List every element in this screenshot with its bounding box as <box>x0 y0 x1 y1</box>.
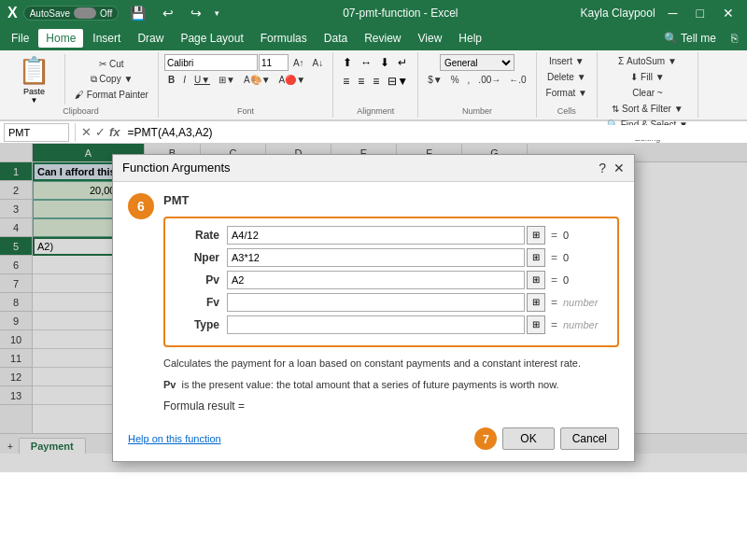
arg-icon-fv[interactable]: ⊞ <box>527 293 545 312</box>
clear-button[interactable]: Clear ~ <box>628 86 667 100</box>
align-bottom-button[interactable]: ⬇ <box>376 54 393 71</box>
maximize-button[interactable]: □ <box>691 4 710 22</box>
increase-decimal-button[interactable]: .00→ <box>474 73 504 87</box>
undo-button[interactable]: ↩ <box>157 4 179 22</box>
minimize-button[interactable]: ─ <box>663 4 684 22</box>
menu-review[interactable]: Review <box>357 29 408 48</box>
menu-formulas[interactable]: Formulas <box>253 29 315 48</box>
sort-filter-button[interactable]: ⇅ Sort & Filter ▼ <box>608 102 686 116</box>
arg-input-fv[interactable] <box>227 293 525 312</box>
ribbon-number-group: General $▼ % , .00→ ←.0 Number <box>418 52 536 118</box>
arg-input-nper[interactable] <box>227 248 525 267</box>
align-top-button[interactable]: ⬆ <box>339 54 356 71</box>
align-middle-button[interactable]: ↔ <box>357 54 375 71</box>
currency-button[interactable]: $▼ <box>424 73 445 87</box>
arg-value-pv: 0 <box>563 274 610 286</box>
cut-button[interactable]: ✂ Cut <box>71 57 152 71</box>
comma-button[interactable]: , <box>464 73 474 87</box>
clipboard-label: Clipboard <box>9 105 152 116</box>
number-format-select[interactable]: General <box>440 54 514 71</box>
redo-button[interactable]: ↪ <box>185 4 207 22</box>
paste-button[interactable]: 📋 <box>9 54 59 87</box>
dialog-help-link[interactable]: Help on this function <box>128 433 221 444</box>
formula-input[interactable] <box>124 125 743 140</box>
dialog-ok-button[interactable]: OK <box>502 427 554 450</box>
share-button[interactable]: ⎘ <box>726 30 743 47</box>
undo-dropdown[interactable]: ▼ <box>213 9 220 18</box>
arg-row-rate: Rate ⊞ = 0 <box>173 226 610 245</box>
italic-button[interactable]: I <box>179 73 190 87</box>
arg-equals-pv: = <box>551 273 557 287</box>
decrease-decimal-button[interactable]: ←.0 <box>505 73 529 87</box>
formula-cancel-icon[interactable]: ✕ <box>81 125 92 139</box>
arg-icon-type[interactable]: ⊞ <box>527 315 545 334</box>
dialog-main: PMT Rate ⊞ = 0 <box>163 193 619 421</box>
step7-indicator: 7 <box>474 427 497 450</box>
fx-icon[interactable]: fx <box>109 125 120 139</box>
arg-equals-nper: = <box>551 251 557 264</box>
step-indicator: 6 <box>128 193 154 219</box>
close-button[interactable]: ✕ <box>717 4 740 22</box>
align-right-button[interactable]: ≡ <box>369 73 383 90</box>
name-box[interactable] <box>4 123 69 142</box>
bold-button[interactable]: B <box>164 73 178 87</box>
arg-input-rate[interactable] <box>227 226 525 245</box>
percent-button[interactable]: % <box>447 73 463 87</box>
fill-color-button[interactable]: A🎨▼ <box>240 73 275 87</box>
format-cells-button[interactable]: Format ▼ <box>543 86 591 100</box>
ribbon-editing-group: Σ AutoSum ▼ ⬇ Fill ▼ Clear ~ ⇅ Sort & Fi… <box>598 52 698 118</box>
autosave-toggle[interactable] <box>74 7 96 19</box>
arg-label-rate: Rate <box>173 229 219 242</box>
formula-confirm-icon[interactable]: ✓ <box>95 125 106 139</box>
font-size-input[interactable] <box>259 54 289 71</box>
arg-icon-rate[interactable]: ⊞ <box>527 226 545 245</box>
dialog-close-button[interactable]: ✕ <box>613 161 625 175</box>
font-content: A↑ A↓ B I U▼ ⊞▼ A🎨▼ A🔴▼ <box>164 54 327 105</box>
menu-file[interactable]: File <box>4 29 36 48</box>
font-color-button[interactable]: A🔴▼ <box>275 73 310 87</box>
menu-draw[interactable]: Draw <box>130 29 171 48</box>
menu-home[interactable]: Home <box>38 29 83 48</box>
alignment-content: ⬆ ↔ ⬇ ↵ ≡ ≡ ≡ ⊟▼ <box>339 54 412 105</box>
dialog-cancel-button[interactable]: Cancel <box>560 427 619 450</box>
arg-input-pv[interactable] <box>227 271 525 289</box>
decrease-font-button[interactable]: A↓ <box>309 56 328 70</box>
insert-cells-button[interactable]: Insert ▼ <box>545 54 588 68</box>
dialog-overlay: Function Arguments ? ✕ 6 PMT <box>0 144 747 472</box>
ribbon-clipboard-group: 📋 Paste ▼ ✂ Cut ⧉ Copy ▼ 🖌 Format Painte… <box>4 52 159 118</box>
font-name-input[interactable] <box>164 54 258 71</box>
arg-icon-pv[interactable]: ⊞ <box>527 271 545 289</box>
align-left-button[interactable]: ≡ <box>339 73 353 90</box>
fill-button[interactable]: ⬇ Fill ▼ <box>627 70 668 84</box>
menu-search[interactable]: 🔍 Tell me <box>656 29 724 48</box>
arg-row-type: Type ⊞ = number <box>173 315 610 334</box>
arg-input-type[interactable] <box>227 315 525 334</box>
border-button[interactable]: ⊞▼ <box>215 73 239 87</box>
args-table: Rate ⊞ = 0 Nper ⊞ = <box>163 217 619 347</box>
merge-button[interactable]: ⊟▼ <box>384 73 412 90</box>
align-center-button[interactable]: ≡ <box>354 73 368 90</box>
dialog-help-button[interactable]: ? <box>599 161 606 175</box>
arg-value-nper: 0 <box>563 252 610 263</box>
arg-value-fv: number <box>563 297 610 308</box>
paste-dropdown[interactable]: ▼ <box>31 96 38 105</box>
arg-icon-nper[interactable]: ⊞ <box>527 248 545 267</box>
autosum-button[interactable]: Σ AutoSum ▼ <box>614 54 681 68</box>
delete-cells-button[interactable]: Delete ▼ <box>543 70 590 84</box>
copy-button[interactable]: ⧉ Copy ▼ <box>71 72 152 87</box>
format-painter-button[interactable]: 🖌 Format Painter <box>71 88 152 102</box>
dialog-body: 6 PMT Rate ⊞ = 0 <box>113 182 634 462</box>
dialog-title: Function Arguments <box>122 161 231 175</box>
autosave-badge[interactable]: AutoSave Off <box>23 6 120 21</box>
menu-help[interactable]: Help <box>451 29 489 48</box>
menu-page-layout[interactable]: Page Layout <box>173 29 250 48</box>
save-button[interactable]: 💾 <box>124 4 151 22</box>
menu-insert[interactable]: Insert <box>85 29 128 48</box>
menu-data[interactable]: Data <box>317 29 355 48</box>
wrap-text-button[interactable]: ↵ <box>394 54 411 71</box>
menu-view[interactable]: View <box>411 29 450 48</box>
increase-font-button[interactable]: A↑ <box>289 56 308 70</box>
dialog-left-section: 6 PMT Rate ⊞ = 0 <box>128 193 619 421</box>
dialog-footer: Help on this function 7 OK Cancel <box>128 427 619 450</box>
underline-button[interactable]: U▼ <box>190 73 214 87</box>
